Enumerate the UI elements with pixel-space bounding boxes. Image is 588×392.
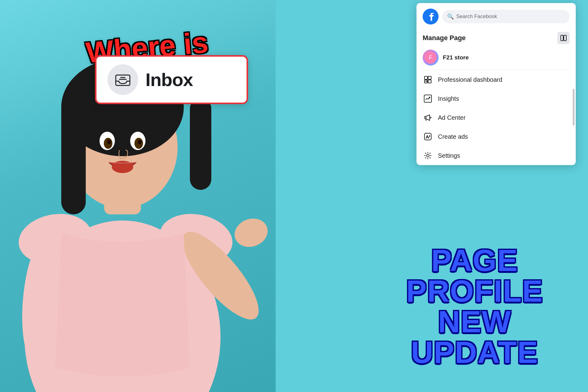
search-icon: 🔍 xyxy=(447,13,454,20)
inbox-icon-circle xyxy=(107,64,138,95)
svg-rect-27 xyxy=(428,80,431,83)
svg-point-9 xyxy=(231,214,272,251)
settings-icon xyxy=(423,150,433,161)
create-ads-label: Create ads xyxy=(438,133,468,140)
svg-rect-25 xyxy=(428,76,431,79)
manage-page-header: Manage Page xyxy=(417,29,576,47)
search-placeholder-text: Search Facebook xyxy=(456,13,497,20)
menu-item-create-ads[interactable]: Create ads xyxy=(417,127,576,146)
ad-center-icon xyxy=(423,112,433,123)
menu-item-insights[interactable]: Insights xyxy=(417,89,576,108)
svg-point-31 xyxy=(427,154,429,157)
bottom-text-area: PAGE PROFILE NEW UPDATE xyxy=(374,245,576,368)
page-avatar: F xyxy=(423,50,439,66)
create-ads-icon xyxy=(423,131,433,142)
page-row[interactable]: F F21 store xyxy=(417,47,576,70)
svg-point-15 xyxy=(107,140,111,144)
svg-rect-5 xyxy=(190,98,211,190)
page-name: F21 store xyxy=(443,54,469,61)
svg-rect-21 xyxy=(564,35,566,41)
svg-point-29 xyxy=(430,117,431,118)
inbox-card: Inbox xyxy=(95,55,248,104)
menu-item-professional-dashboard[interactable]: Professional dashboard xyxy=(417,70,576,89)
columns-icon xyxy=(560,35,567,41)
fb-header: 🔍 Search Facebook xyxy=(417,3,576,29)
ad-center-label: Ad Center xyxy=(438,114,466,121)
professional-dashboard-icon xyxy=(423,74,433,85)
manage-page-title: Manage Page xyxy=(423,34,466,42)
inbox-tray-icon xyxy=(114,71,132,89)
settings-label: Settings xyxy=(438,152,460,159)
svg-rect-24 xyxy=(424,76,428,79)
manage-page-icon-button[interactable] xyxy=(557,32,570,44)
menu-item-settings[interactable]: Settings xyxy=(417,146,576,165)
svg-rect-4 xyxy=(61,98,86,214)
svg-text:F: F xyxy=(429,55,432,61)
facebook-logo xyxy=(423,9,439,24)
bottom-line1: PAGE PROFILE xyxy=(374,245,576,306)
svg-rect-20 xyxy=(561,35,563,41)
inbox-label: Inbox xyxy=(145,69,193,90)
bottom-line2: NEW UPDATE xyxy=(374,306,576,368)
facebook-panel: 🔍 Search Facebook Manage Page xyxy=(417,3,576,165)
professional-dashboard-label: Professional dashboard xyxy=(438,76,502,83)
insights-label: Insights xyxy=(438,95,459,102)
scrollbar[interactable] xyxy=(573,89,575,126)
insights-icon xyxy=(423,93,433,104)
fb-search-bar[interactable]: 🔍 Search Facebook xyxy=(442,10,570,23)
svg-point-16 xyxy=(138,140,141,144)
menu-item-ad-center[interactable]: Ad Center xyxy=(417,108,576,127)
